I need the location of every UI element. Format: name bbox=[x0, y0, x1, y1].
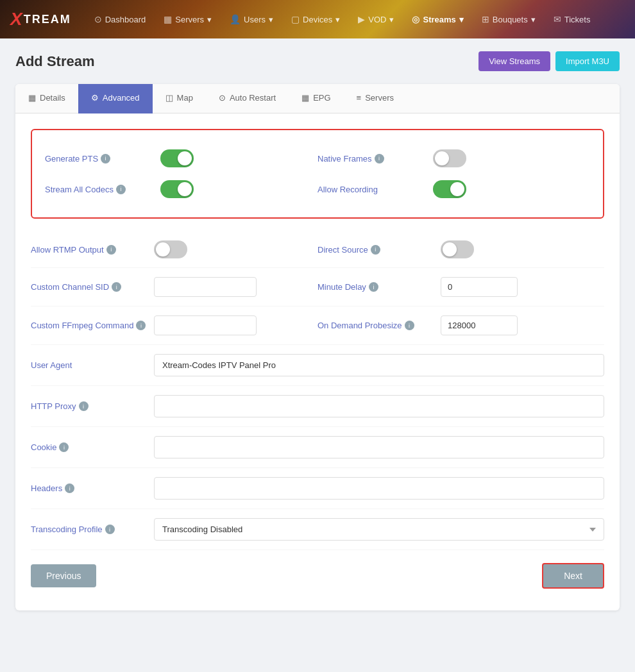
nav-item-tickets[interactable]: ✉ Tickets bbox=[546, 9, 598, 29]
custom-channel-sid-input[interactable] bbox=[154, 277, 257, 297]
custom-ffmpeg-label: Custom FFmpeg Command i bbox=[31, 321, 146, 330]
tab-servers-label: Servers bbox=[365, 93, 394, 103]
tab-advanced-label: Advanced bbox=[103, 93, 140, 103]
logo-tream: TREAM bbox=[24, 13, 71, 26]
nav-label-dashboard: Dashboard bbox=[105, 15, 146, 24]
bouquets-icon: ⊞ bbox=[482, 14, 489, 24]
map-tab-icon: ◫ bbox=[165, 93, 173, 103]
tab-map-label: Map bbox=[177, 93, 193, 103]
user-agent-row: User Agent bbox=[31, 345, 604, 386]
allow-recording-toggle[interactable] bbox=[433, 180, 466, 198]
allow-rtmp-info-icon[interactable]: i bbox=[106, 245, 116, 255]
nav-label-bouquets: Bouquets bbox=[493, 15, 528, 24]
bottom-nav: Previous Next bbox=[31, 550, 604, 595]
logo-x: X bbox=[10, 9, 22, 29]
bouquets-chevron-icon: ▾ bbox=[531, 15, 536, 24]
stream-all-codecs-info-icon[interactable]: i bbox=[116, 185, 126, 194]
direct-source-toggle[interactable] bbox=[441, 240, 474, 258]
nav-item-users[interactable]: 👤 Users ▾ bbox=[222, 9, 281, 29]
tab-servers[interactable]: ≡ Servers bbox=[344, 84, 407, 113]
generate-pts-info-icon[interactable]: i bbox=[101, 154, 110, 164]
ffmpeg-probesize-row: Custom FFmpeg Command i On Demand Probes… bbox=[31, 307, 604, 345]
tab-map[interactable]: ◫ Map bbox=[153, 84, 206, 113]
tab-advanced[interactable]: ⚙ Advanced bbox=[78, 84, 153, 113]
nav-item-dashboard[interactable]: ⊙ Dashboard bbox=[87, 9, 154, 29]
vod-chevron-icon: ▾ bbox=[389, 15, 394, 24]
nav-item-devices[interactable]: ▢ Devices ▾ bbox=[284, 9, 348, 29]
tab-auto-restart[interactable]: ⊙ Auto Restart bbox=[206, 84, 289, 113]
nav-item-vod[interactable]: ▶ VOD ▾ bbox=[350, 9, 402, 29]
previous-button[interactable]: Previous bbox=[31, 564, 96, 587]
stream-all-codecs-label: Stream All Codecs i bbox=[45, 185, 160, 194]
native-frames-info-icon[interactable]: i bbox=[375, 154, 384, 164]
tickets-icon: ✉ bbox=[554, 14, 561, 24]
vod-icon: ▶ bbox=[358, 14, 365, 24]
ffmpeg-group: Custom FFmpeg Command i bbox=[31, 315, 318, 335]
custom-channel-group: Custom Channel SID i bbox=[31, 277, 318, 297]
transcoding-profile-info-icon[interactable]: i bbox=[105, 525, 115, 534]
http-proxy-input[interactable] bbox=[154, 395, 604, 417]
header-actions: View Streams Import M3U bbox=[478, 51, 620, 71]
tab-epg-label: EPG bbox=[313, 93, 330, 103]
ffmpeg-info-icon[interactable]: i bbox=[136, 321, 146, 330]
nav-item-servers[interactable]: ▦ Servers ▾ bbox=[156, 9, 219, 29]
generate-pts-toggle[interactable] bbox=[160, 149, 194, 167]
probesize-group: On Demand Probesize i bbox=[318, 315, 604, 335]
minute-delay-info-icon[interactable]: i bbox=[369, 282, 378, 292]
headers-label: Headers i bbox=[31, 483, 146, 493]
auto-restart-tab-icon: ⊙ bbox=[219, 93, 226, 103]
headers-input[interactable] bbox=[154, 477, 604, 500]
stream-all-codecs-row: Stream All Codecs i Allow Recording bbox=[45, 174, 590, 205]
stream-all-codecs-toggle[interactable] bbox=[160, 180, 194, 198]
nav-items: ⊙ Dashboard ▦ Servers ▾ 👤 Users ▾ ▢ Devi… bbox=[87, 9, 625, 29]
allow-rtmp-toggle[interactable] bbox=[154, 240, 187, 258]
transcoding-profile-row: Transcoding Profile i Transcoding Disabl… bbox=[31, 509, 604, 550]
http-proxy-info-icon[interactable]: i bbox=[79, 401, 89, 411]
servers-icon: ▦ bbox=[164, 14, 172, 24]
allow-rtmp-direct-source-row: Allow RTMP Output i Direct Source i bbox=[31, 231, 604, 268]
view-streams-button[interactable]: View Streams bbox=[478, 51, 550, 71]
allow-recording-group: Allow Recording bbox=[318, 180, 590, 198]
epg-tab-icon: ▦ bbox=[301, 93, 309, 103]
direct-source-info-icon[interactable]: i bbox=[371, 245, 380, 255]
nav-item-bouquets[interactable]: ⊞ Bouquets ▾ bbox=[474, 9, 543, 29]
on-demand-probesize-input[interactable] bbox=[441, 315, 518, 335]
import-m3u-button[interactable]: Import M3U bbox=[555, 51, 620, 71]
user-agent-input[interactable] bbox=[154, 354, 604, 376]
nav-label-devices: Devices bbox=[303, 15, 332, 24]
custom-channel-info-icon[interactable]: i bbox=[112, 282, 121, 292]
custom-channel-sid-label: Custom Channel SID i bbox=[31, 282, 146, 292]
transcoding-profile-label: Transcoding Profile i bbox=[31, 525, 146, 534]
headers-info-icon[interactable]: i bbox=[65, 483, 74, 493]
tab-auto-restart-label: Auto Restart bbox=[230, 93, 276, 103]
http-proxy-label: HTTP Proxy i bbox=[31, 401, 146, 411]
streams-chevron-icon: ▾ bbox=[459, 15, 464, 24]
servers-tab-icon: ≡ bbox=[357, 93, 362, 103]
next-button[interactable]: Next bbox=[542, 563, 604, 589]
users-chevron-icon: ▾ bbox=[269, 15, 273, 24]
generate-pts-label: Generate PTS i bbox=[45, 154, 160, 164]
allow-recording-label: Allow Recording bbox=[318, 185, 433, 194]
allow-rtmp-label: Allow RTMP Output i bbox=[31, 245, 146, 255]
page-title: Add Stream bbox=[15, 53, 94, 70]
tab-panel: ▦ Details ⚙ Advanced ◫ Map ⊙ Auto Restar… bbox=[15, 84, 620, 610]
nav-label-servers: Servers bbox=[175, 15, 204, 24]
cookie-input[interactable] bbox=[154, 436, 604, 458]
navbar: X TREAM ⊙ Dashboard ▦ Servers ▾ 👤 Users … bbox=[0, 0, 635, 38]
native-frames-toggle[interactable] bbox=[433, 149, 466, 167]
tab-details[interactable]: ▦ Details bbox=[15, 84, 78, 113]
page-header: Add Stream View Streams Import M3U bbox=[15, 51, 620, 71]
nav-item-streams[interactable]: ◎ Streams ▾ bbox=[404, 9, 471, 29]
cookie-info-icon[interactable]: i bbox=[59, 442, 69, 452]
page-container: Add Stream View Streams Import M3U ▦ Det… bbox=[0, 38, 635, 623]
minute-delay-input[interactable] bbox=[441, 277, 518, 297]
custom-ffmpeg-input[interactable] bbox=[154, 315, 257, 335]
probesize-info-icon[interactable]: i bbox=[405, 321, 414, 330]
stream-all-codecs-group: Stream All Codecs i bbox=[45, 180, 318, 198]
devices-icon: ▢ bbox=[291, 14, 300, 24]
transcoding-profile-select[interactable]: Transcoding Disabled Profile 1 Profile 2 bbox=[154, 518, 604, 541]
tab-epg[interactable]: ▦ EPG bbox=[289, 84, 343, 113]
nav-label-users: Users bbox=[244, 15, 266, 24]
native-frames-group: Native Frames i bbox=[318, 149, 590, 167]
form-section: Allow RTMP Output i Direct Source i bbox=[31, 231, 604, 550]
